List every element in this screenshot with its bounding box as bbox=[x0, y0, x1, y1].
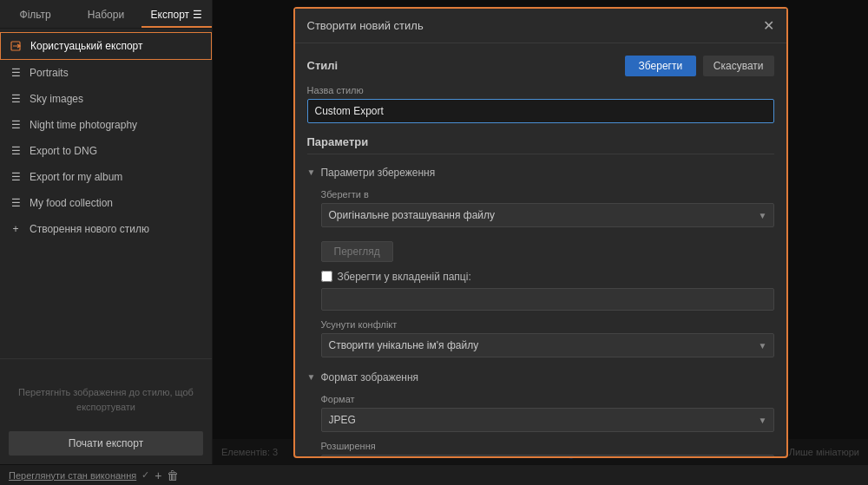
sidebar-hint: Перетягніть зображення до стилю, щоб екс… bbox=[9, 368, 203, 431]
sidebar-item-export-dng[interactable]: ☰ Export to DNG bbox=[0, 138, 212, 164]
create-style-modal: Створити новий стиль ✕ Стилі Зберегти Ск… bbox=[293, 7, 788, 458]
style-name-input[interactable] bbox=[307, 99, 774, 123]
preview-button: Перегляд bbox=[321, 241, 393, 262]
params-scrollable: ▼ Параметри збереження Зберегти в Оригін… bbox=[307, 163, 774, 456]
status-bar-link[interactable]: Переглянути стан виконання bbox=[9, 470, 136, 481]
modal-close-button[interactable]: ✕ bbox=[763, 17, 774, 34]
tab-export[interactable]: Експорт ☰ bbox=[141, 3, 212, 28]
cancel-button[interactable]: Скасувати bbox=[703, 56, 774, 76]
subfolder-label: Зберегти у вкладеній папці: bbox=[338, 271, 471, 283]
styles-section-label: Стилі bbox=[307, 59, 339, 72]
status-bar: Переглянути стан виконання ✓ + 🗑 bbox=[0, 464, 868, 485]
subfolder-checkbox[interactable] bbox=[321, 271, 332, 282]
format-label: Формат bbox=[321, 394, 774, 404]
image-format-content: Формат JPEGPNGTIFFDNG Розширення . bbox=[307, 387, 774, 456]
list-icon-night: ☰ bbox=[9, 118, 23, 132]
format-field: Формат JPEGPNGTIFFDNG bbox=[321, 394, 774, 432]
modal-overlay: Створити новий стиль ✕ Стилі Зберегти Ск… bbox=[213, 0, 868, 464]
sidebar-items: Користуацький експорт ☰ Portraits ☰ Sky … bbox=[0, 29, 212, 358]
save-location-field: Зберегти в Оригінальне розташування файл… bbox=[321, 189, 774, 227]
check-icon: ✓ bbox=[141, 469, 149, 481]
style-name-field: Назва стилю bbox=[307, 85, 774, 123]
menu-icon: ☰ bbox=[193, 9, 202, 21]
list-icon-portraits: ☰ bbox=[9, 66, 23, 80]
save-button[interactable]: Зберегти bbox=[625, 56, 697, 76]
modal-header: Створити новий стиль ✕ bbox=[295, 9, 786, 43]
extension-wrapper: .jpg.jpeg.JPG bbox=[321, 455, 774, 456]
subfolder-field: Зберегти у вкладеній папці: bbox=[321, 271, 774, 311]
conflict-label: Усунути конфлікт bbox=[321, 319, 774, 330]
sidebar-item-night-photography[interactable]: ☰ Night time photography bbox=[0, 112, 212, 138]
extension-select[interactable]: .jpg.jpeg.JPG bbox=[321, 455, 774, 456]
export-icon bbox=[10, 39, 23, 53]
subfolder-checkbox-row: Зберегти у вкладеній папці: bbox=[321, 271, 774, 283]
tab-sets[interactable]: Набори bbox=[70, 3, 141, 28]
modal-actions: Зберегти Скасувати bbox=[625, 56, 774, 76]
start-export-button[interactable]: Почати експорт bbox=[9, 431, 203, 456]
save-params-header[interactable]: ▼ Параметри збереження bbox=[307, 163, 774, 182]
conflict-select[interactable]: Створити унікальне ім'я файлуПерезаписат… bbox=[321, 333, 774, 357]
plus-icon: + bbox=[9, 222, 23, 236]
image-format-section: ▼ Формат зображення Формат JPEGPNGTIFFDN… bbox=[307, 368, 774, 456]
save-params-arrow: ▼ bbox=[307, 167, 316, 177]
save-params-section: ▼ Параметри збереження Зберегти в Оригін… bbox=[307, 163, 774, 357]
modal-body: Стилі Зберегти Скасувати Назва стилю Пар… bbox=[295, 43, 786, 456]
params-section: Параметри ▼ Параметри збереження bbox=[307, 135, 774, 456]
conflict-field: Усунути конфлікт Створити унікальне ім'я… bbox=[321, 319, 774, 357]
subfolder-input[interactable] bbox=[321, 288, 774, 311]
save-location-label: Зберегти в bbox=[321, 189, 774, 200]
modal-title: Створити новий стиль bbox=[307, 19, 424, 32]
sidebar-item-export-album[interactable]: ☰ Export for my album bbox=[0, 164, 212, 190]
preview-row: Перегляд bbox=[321, 236, 774, 262]
style-name-label: Назва стилю bbox=[307, 85, 774, 95]
image-format-arrow: ▼ bbox=[307, 372, 316, 382]
sidebar-item-custom-export[interactable]: Користуацький експорт bbox=[0, 32, 212, 60]
sidebar-item-sky-images[interactable]: ☰ Sky images bbox=[0, 86, 212, 112]
status-delete-button[interactable]: 🗑 bbox=[167, 469, 179, 482]
extension-label: Розширення bbox=[321, 441, 774, 451]
format-wrapper: JPEGPNGTIFFDNG bbox=[321, 408, 774, 432]
main-content: Створити новий стиль ✕ Стилі Зберегти Ск… bbox=[213, 0, 868, 464]
save-location-wrapper: Оригінальне розташування файлуВибрана па… bbox=[321, 203, 774, 227]
format-select[interactable]: JPEGPNGTIFFDNG bbox=[321, 408, 774, 432]
sidebar-item-portraits[interactable]: ☰ Portraits bbox=[0, 60, 212, 86]
image-format-header[interactable]: ▼ Формат зображення bbox=[307, 368, 774, 387]
image-format-label: Формат зображення bbox=[320, 371, 418, 383]
sidebar-item-food-collection[interactable]: ☰ My food collection bbox=[0, 190, 212, 216]
sidebar-tabs: Фільтр Набори Експорт ☰ bbox=[0, 0, 212, 29]
list-icon-dng: ☰ bbox=[9, 144, 23, 158]
tab-filter[interactable]: Фільтр bbox=[0, 3, 70, 28]
sidebar: Фільтр Набори Експорт ☰ Користуацький ек… bbox=[0, 0, 213, 464]
styles-section-header: Стилі Зберегти Скасувати bbox=[307, 56, 774, 76]
sidebar-item-create-style[interactable]: + Створення нового стилю bbox=[0, 216, 212, 242]
sidebar-bottom: Перетягніть зображення до стилю, щоб екс… bbox=[0, 358, 212, 464]
list-icon-album: ☰ bbox=[9, 170, 23, 184]
save-params-label: Параметри збереження bbox=[320, 167, 435, 179]
list-icon-food: ☰ bbox=[9, 196, 23, 210]
save-location-select[interactable]: Оригінальне розташування файлуВибрана па… bbox=[321, 203, 774, 227]
conflict-wrapper: Створити унікальне ім'я файлуПерезаписат… bbox=[321, 333, 774, 357]
params-title: Параметри bbox=[307, 135, 774, 154]
save-params-content: Зберегти в Оригінальне розташування файл… bbox=[307, 182, 774, 357]
extension-field: Розширення .jpg.jpeg.JPG bbox=[321, 441, 774, 456]
list-icon-sky: ☰ bbox=[9, 92, 23, 106]
status-add-button[interactable]: + bbox=[155, 469, 161, 482]
